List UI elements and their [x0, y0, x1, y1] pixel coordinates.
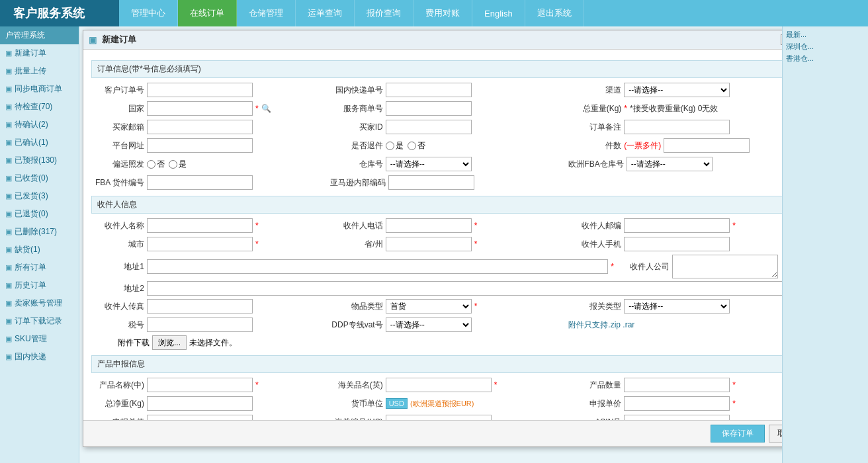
- nav-price-query[interactable]: 报价查询: [355, 0, 413, 26]
- out-of-stock-icon: ▣: [5, 245, 12, 254]
- province-input[interactable]: [386, 237, 472, 251]
- sidebar-item-domestic-express[interactable]: ▣ 国内快递: [0, 348, 79, 366]
- tax-no-input[interactable]: [147, 317, 253, 332]
- recipient-fax-input[interactable]: [147, 299, 253, 314]
- browse-button[interactable]: 浏览...: [152, 335, 187, 350]
- sidebar-item-received[interactable]: ▣ 已收货(0): [0, 169, 79, 187]
- sidebar-item-batch-upload[interactable]: ▣ 批量上传: [0, 62, 79, 80]
- recipient-company-input[interactable]: [672, 255, 778, 278]
- country-search-icon[interactable]: 🔍: [261, 104, 271, 113]
- new-order-dialog: ▣ 新建订单 － ✕ 订单信息(带*号信息必须填写) 客户订单号: [83, 30, 782, 447]
- declare-unit-price-input[interactable]: [624, 396, 730, 411]
- sidebar-item-all-orders[interactable]: ▣ 所有订单: [0, 259, 79, 276]
- service-no-input[interactable]: [386, 101, 472, 116]
- track-no-radio[interactable]: [147, 160, 155, 169]
- customer-order-label: 客户订单号: [91, 85, 144, 96]
- recipient-name-input[interactable]: [147, 218, 253, 233]
- track-yes-radio[interactable]: [169, 160, 177, 169]
- buyer-id-input[interactable]: [386, 120, 472, 134]
- track-yes-label[interactable]: 是: [169, 159, 187, 170]
- product-row1: 产品名称(中) * 海关品名(英) * 产品数量 *: [91, 377, 782, 393]
- sidebar-item-deleted[interactable]: ▣ 已删除(317): [0, 223, 79, 241]
- dialog-body: 订单信息(带*号信息必须填写) 客户订单号 国内快递单号 渠道 --请选择: [83, 50, 782, 420]
- amazon-internal-input[interactable]: [388, 175, 474, 190]
- nav-warehouse[interactable]: 仓储管理: [237, 0, 296, 26]
- recipient-mobile-input[interactable]: [624, 237, 730, 251]
- is-return-no-radio[interactable]: [408, 142, 416, 150]
- is-return-yes-label[interactable]: 是: [386, 140, 404, 151]
- nav-online-order[interactable]: 在线订单: [178, 0, 237, 26]
- sidebar-item-out-of-stock[interactable]: ▣ 缺货(1): [0, 241, 79, 259]
- cancel-button[interactable]: 取消: [769, 425, 782, 442]
- right-panel-item-3[interactable]: 香港仓...: [786, 54, 865, 63]
- sidebar-item-shipped[interactable]: ▣ 已发货(3): [0, 187, 79, 205]
- right-panel-item-2[interactable]: 深圳仓...: [786, 42, 865, 52]
- declare-total-input[interactable]: [147, 415, 253, 420]
- country-required: *: [255, 104, 259, 113]
- warehouse-select[interactable]: --请选择--: [386, 157, 472, 171]
- is-return-no-label[interactable]: 否: [408, 140, 425, 151]
- sidebar-item-pre-reported[interactable]: ▣ 已预报(130): [0, 151, 79, 169]
- address2-input[interactable]: [147, 281, 782, 296]
- nav-shipping-query[interactable]: 运单查询: [296, 0, 355, 26]
- service-no-label: 服务商单号: [330, 103, 383, 114]
- nav-admin[interactable]: 管理中心: [119, 0, 178, 26]
- sidebar-item-new-order[interactable]: ▣ 新建订单: [0, 44, 79, 62]
- address1-input[interactable]: [147, 259, 608, 274]
- nav-fee-reconcile[interactable]: 费用对账: [413, 0, 472, 26]
- platform-url-row: 平台网址: [91, 138, 325, 153]
- recipient-info-header: 收件人信息: [91, 196, 782, 214]
- recipient-postcode-input[interactable]: [624, 218, 730, 233]
- customs-hs-input[interactable]: [386, 415, 492, 420]
- attachment-hint: 附件只支持.zip .rar: [568, 319, 634, 331]
- top-nav: 客户服务系统 管理中心 在线订单 仓储管理 运单查询 报价查询 费用对账 Eng…: [0, 0, 868, 26]
- is-return-yes-radio[interactable]: [386, 142, 394, 150]
- total-net-weight-input[interactable]: [147, 396, 253, 411]
- address2-label: 地址2: [91, 283, 144, 294]
- piece-count-input[interactable]: [664, 138, 750, 153]
- sidebar-item-pending-confirm[interactable]: ▣ 待确认(2): [0, 116, 79, 134]
- declare-type-select[interactable]: --请选择--: [624, 299, 730, 314]
- buyer-email-input[interactable]: [147, 120, 253, 134]
- right-panel-item-1[interactable]: 最新...: [786, 30, 865, 40]
- sidebar-item-history[interactable]: ▣ 历史订单: [0, 276, 79, 294]
- tax-no-row: 税号: [91, 317, 325, 333]
- sync-icon: ▣: [5, 85, 12, 93]
- product-qty-input[interactable]: [624, 378, 730, 392]
- channel-select[interactable]: --请选择--: [624, 83, 730, 97]
- sidebar-item-sku[interactable]: ▣ SKU管理: [0, 330, 79, 348]
- sidebar-item-download-records[interactable]: ▣ 订单下载记录: [0, 312, 79, 330]
- ddp-select[interactable]: --请选择--: [386, 317, 472, 332]
- platform-url-input[interactable]: [147, 138, 253, 153]
- sidebar-item-confirmed[interactable]: ▣ 已确认(1): [0, 134, 79, 151]
- recipient-phone-input[interactable]: [386, 218, 472, 233]
- eu-fba-select[interactable]: --请选择--: [627, 157, 713, 171]
- track-no-label[interactable]: 否: [147, 159, 165, 170]
- declare-type-label: 报关类型: [568, 301, 621, 312]
- asin-input[interactable]: [624, 415, 730, 420]
- product-name-cn-input[interactable]: [147, 378, 253, 392]
- nav-bar: 管理中心 在线订单 仓储管理 运单查询 报价查询 费用对账 English 退出…: [119, 0, 868, 26]
- amazon-internal-label: 亚马逊内部编码: [330, 177, 386, 189]
- customer-order-input[interactable]: [147, 83, 253, 97]
- sidebar-item-sync-ecommerce[interactable]: ▣ 同步电商订单: [0, 80, 79, 98]
- order-note-input[interactable]: [624, 120, 730, 134]
- all-orders-icon: ▣: [5, 263, 12, 272]
- minimize-button[interactable]: －: [781, 34, 782, 45]
- city-input[interactable]: [147, 237, 253, 251]
- nav-logout[interactable]: 退出系统: [525, 0, 584, 26]
- domestic-express-input[interactable]: [386, 83, 472, 97]
- country-input[interactable]: [147, 101, 253, 116]
- sidebar-item-returned[interactable]: ▣ 已退货(0): [0, 205, 79, 223]
- fba-cargo-input[interactable]: [147, 175, 253, 190]
- country-row: 国家 * 🔍: [91, 101, 325, 116]
- currency-eur-hint[interactable]: (欧洲渠道预报EUR): [410, 399, 474, 409]
- recipient-mobile-row: 收件人手机: [568, 236, 782, 252]
- address1-label: 地址1: [91, 261, 144, 273]
- sidebar-item-pending-check[interactable]: ▣ 待检查(70): [0, 98, 79, 116]
- customs-name-en-input[interactable]: [386, 378, 492, 392]
- sidebar-item-seller-account[interactable]: ▣ 卖家账号管理: [0, 294, 79, 312]
- nav-english[interactable]: English: [472, 0, 525, 26]
- goods-type-select[interactable]: 首货: [386, 299, 472, 314]
- save-order-button[interactable]: 保存订单: [711, 425, 765, 442]
